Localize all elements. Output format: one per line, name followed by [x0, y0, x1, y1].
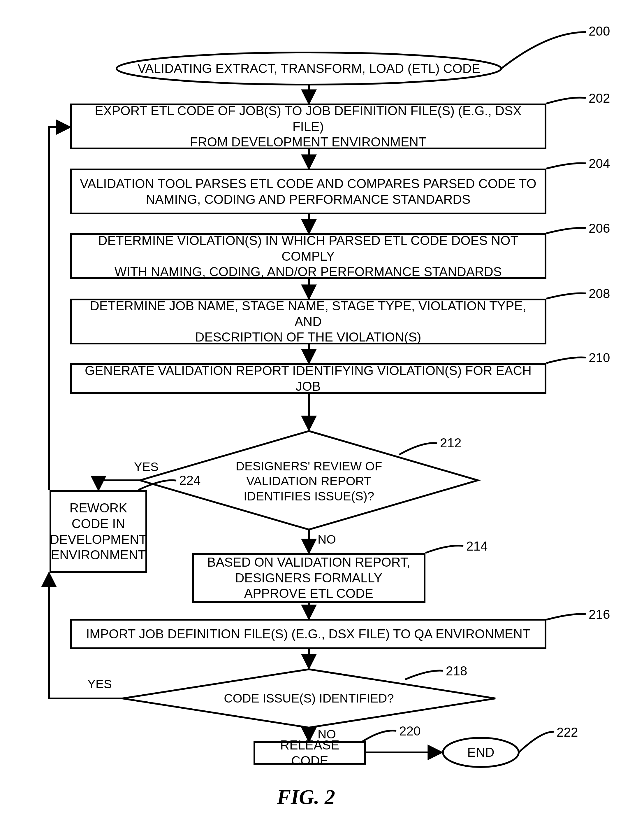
- step-202-text: EXPORT ETL CODE OF JOB(S) TO JOB DEFINIT…: [79, 103, 538, 150]
- step-208: DETERMINE JOB NAME, STAGE NAME, STAGE TY…: [70, 298, 546, 345]
- step-208-text: DETERMINE JOB NAME, STAGE NAME, STAGE TY…: [79, 298, 538, 345]
- flowchart-canvas: EXPORT ETL CODE OF JOB(S) TO JOB DEFINIT…: [0, 0, 644, 839]
- step-204-text: VALIDATION TOOL PARSES ETL CODE AND COMP…: [80, 176, 536, 207]
- step-214-text: BASED ON VALIDATION REPORT, DESIGNERS FO…: [207, 554, 410, 601]
- step-216-text: IMPORT JOB DEFINITION FILE(S) (E.G., DSX…: [86, 626, 531, 642]
- decision-218-shape: [122, 669, 495, 728]
- step-206-text: DETERMINE VIOLATION(S) IN WHICH PARSED E…: [79, 233, 538, 280]
- step-220: RELEASE CODE: [253, 741, 366, 765]
- figure-caption: FIG. 2: [277, 785, 335, 810]
- terminal-start-shape: [117, 53, 501, 84]
- step-210-text: GENERATE VALIDATION REPORT IDENTIFYING V…: [79, 363, 538, 394]
- step-224: REWORK CODE IN DEVELOPMENT ENVIRONMENT: [49, 490, 147, 573]
- step-210: GENERATE VALIDATION REPORT IDENTIFYING V…: [70, 363, 546, 394]
- step-214: BASED ON VALIDATION REPORT, DESIGNERS FO…: [192, 553, 426, 603]
- step-202: EXPORT ETL CODE OF JOB(S) TO JOB DEFINIT…: [70, 104, 546, 149]
- decision-212-shape: [140, 431, 478, 529]
- step-216: IMPORT JOB DEFINITION FILE(S) (E.G., DSX…: [70, 619, 546, 649]
- step-224-text: REWORK CODE IN DEVELOPMENT ENVIRONMENT: [50, 500, 147, 563]
- step-206: DETERMINE VIOLATION(S) IN WHICH PARSED E…: [70, 233, 546, 279]
- step-204: VALIDATION TOOL PARSES ETL CODE AND COMP…: [70, 168, 546, 214]
- terminal-end-shape: [443, 738, 519, 767]
- step-220-text: RELEASE CODE: [262, 737, 357, 768]
